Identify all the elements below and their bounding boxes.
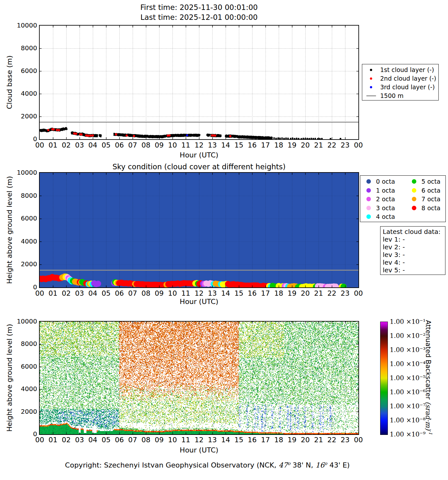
tick-label: 0	[0, 431, 37, 437]
tick-label: 23	[341, 436, 350, 444]
tick-label: 8000	[0, 45, 37, 51]
tick-label: 11	[181, 290, 190, 297]
tick-label: 16	[248, 436, 257, 444]
tick-label: 05	[102, 290, 111, 297]
tick-label: 05	[102, 436, 111, 444]
layer-dot-icon	[370, 69, 372, 71]
octa-legend-item-8-octa: 8 octa	[412, 204, 440, 212]
legend-item-layer1: 1st cloud layer (-)	[366, 66, 437, 74]
octa-label: 5 octa	[421, 178, 440, 185]
colorbar-tick-label: 1.00 ×10⁻⁷	[390, 403, 426, 409]
tick-label: 13	[208, 436, 217, 444]
tick-label: 21	[314, 290, 323, 297]
octa-dot-icon	[412, 206, 416, 210]
tick-label: 00	[35, 142, 44, 149]
plot2-title: Sky condition (cloud cover at different …	[40, 163, 358, 171]
octa-legend-item-5-octa: 5 octa	[412, 178, 440, 185]
tick-label: 09	[155, 142, 164, 149]
sky-condition-plot-canvas	[40, 173, 358, 287]
plot2-xlabel: Hour (UTC)	[40, 298, 358, 306]
tick-label: 00	[354, 290, 363, 297]
tick-label: 21	[314, 436, 323, 444]
tick-label: 2000	[0, 408, 37, 415]
tick-label: 23	[341, 290, 350, 297]
colorbar-label-exponent: -1	[428, 430, 433, 435]
tick-label: 00	[354, 436, 363, 444]
tick-label: 16	[248, 290, 257, 297]
copyright-latitude-rest: 38' N,	[290, 461, 315, 469]
tick-label: 12	[195, 142, 204, 149]
latest-cloud-data-lev2: lev 2: -	[383, 243, 405, 251]
figure-title-last-time: Last time: 2025-12-01 00:00:00	[40, 13, 358, 21]
tick-label: 6000	[0, 363, 37, 370]
tick-label: 10	[168, 436, 177, 444]
tick-label: 07	[128, 142, 137, 149]
colorbar-tick-label: 1.00 ×10⁻⁶	[390, 389, 426, 395]
tick-label: 18	[274, 290, 283, 297]
tick-label: 05	[102, 142, 111, 149]
tick-label: 01	[49, 436, 58, 444]
latest-cloud-data-lev4: lev 4: -	[383, 259, 405, 266]
copyright-latitude: 47	[279, 461, 288, 469]
colorbar-label-text: Attenuated Backscatter	[424, 320, 432, 402]
tick-label: 22	[327, 290, 336, 297]
figure-title-first-time: First time: 2025-11-30 00:01:00	[40, 3, 358, 12]
tick-label: 12	[195, 290, 204, 297]
layer-dot-icon	[370, 77, 372, 80]
tick-label: 14	[221, 290, 230, 297]
legend-item-layer2: 2nd cloud layer (-)	[366, 75, 437, 82]
tick-label: 8000	[0, 192, 37, 199]
cloud-base-plot-canvas	[40, 26, 358, 139]
legend-item-label: 3rd cloud layer (-)	[380, 84, 435, 91]
tick-label: 20	[301, 290, 310, 297]
refline-legend-swatch	[366, 95, 376, 96]
tick-label: 00	[35, 290, 44, 297]
colorbar	[380, 322, 388, 435]
legend-item-refline: 1500 m	[366, 92, 437, 100]
octa-label: 1 octa	[376, 187, 395, 194]
colorbar-tick-label: 1.00 ×10⁻²	[390, 332, 426, 339]
tick-label: 6000	[0, 215, 37, 221]
tick-label: 12	[195, 436, 204, 444]
copyright-text: Copyright: Szechenyi Istvan Geophysical …	[65, 461, 279, 469]
tick-label: 4000	[0, 90, 37, 97]
tick-label: 17	[261, 290, 270, 297]
tick-label: 09	[155, 436, 164, 444]
tick-label: 03	[75, 436, 84, 444]
colorbar-tick-label: 1.00 ×10⁻⁹	[390, 431, 426, 437]
ceilometer-report-page: { "header": { "first_time": "First time:…	[0, 0, 448, 480]
latest-cloud-data-lev1: lev 1: -	[383, 236, 405, 243]
tick-label: 20	[301, 142, 310, 149]
octa-label: 0 octa	[376, 178, 395, 185]
colorbar-tick-label: 1.00 ×10⁻⁴	[390, 361, 426, 367]
legend-item-label: 1st cloud layer (-)	[380, 66, 434, 73]
tick-label: 20	[301, 436, 310, 444]
tick-label: 01	[49, 290, 58, 297]
octa-label: 4 octa	[376, 213, 395, 220]
tick-label: 04	[88, 290, 97, 297]
octa-legend-item-6-octa: 6 octa	[412, 187, 440, 194]
tick-label: 13	[208, 142, 217, 149]
tick-label: 01	[49, 142, 58, 149]
tick-label: 2000	[0, 113, 37, 119]
tick-label: 08	[141, 290, 150, 297]
octa-dot-icon	[412, 188, 416, 193]
octa-dot-icon	[366, 206, 371, 210]
octa-dot-icon	[366, 179, 371, 184]
plot3-ylabel: Height above ground level (m)	[4, 322, 14, 434]
backscatter-plot-canvas	[40, 322, 358, 434]
tick-label: 21	[314, 142, 323, 149]
colorbar-tick-label: 1.00 ×10⁻⁸	[390, 417, 426, 423]
copyright-longitude: 16	[316, 461, 324, 469]
octa-label: 6 octa	[421, 187, 440, 194]
tick-label: 19	[288, 290, 297, 297]
latest-cloud-data-title: Latest cloud data:	[383, 228, 440, 236]
octa-dot-icon	[366, 197, 371, 201]
octa-dot-icon	[412, 179, 416, 184]
tick-label: 10	[168, 290, 177, 297]
tick-label: 02	[62, 290, 71, 297]
colorbar-tick-label: 1.00 ×10⁻¹	[390, 318, 426, 325]
tick-label: 15	[235, 290, 244, 297]
octa-legend-item-4-octa: 4 octa	[366, 213, 395, 220]
plot3-xlabel: Hour (UTC)	[40, 446, 358, 454]
